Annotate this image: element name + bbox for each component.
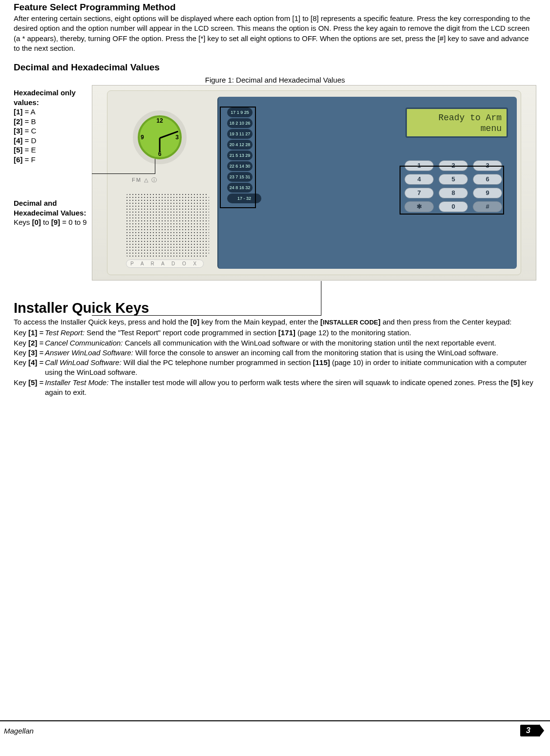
- hex-line: [3] = C: [14, 127, 36, 135]
- zone-button: 17 1 9 25: [227, 108, 253, 117]
- key-3: 3: [473, 160, 502, 171]
- section-title-feature-select: Feature Select Programming Method: [14, 2, 536, 13]
- intro-text: and then press from the Center keypad:: [381, 318, 511, 326]
- clock-12: 12: [156, 117, 163, 124]
- installer-key-desc: Installer Test Mode: The installer test …: [45, 378, 536, 398]
- zone-button: 18 2 10 26: [227, 118, 253, 128]
- figure-caption: Figure 1: Decimal and Hexadecimal Values: [14, 76, 536, 84]
- clock-3: 3: [175, 134, 179, 141]
- key-0: 0: [439, 201, 468, 212]
- device-right-panel: Ready to Arm menu 17 1 9 25 18 2 10 26 1…: [217, 97, 517, 269]
- callout-line: [155, 159, 155, 173]
- installer-code-label: [INSTALLER CODE]: [320, 318, 381, 326]
- key-8: 8: [439, 188, 468, 198]
- installer-key-row: Key [2] =Cancel Communication: Cancels a…: [14, 338, 536, 348]
- key-5: 5: [439, 174, 468, 185]
- zone-button: 17 - 32: [227, 194, 261, 203]
- device-illustration: 12 3 6 9 FM △ ⓘ Ready to Arm menu 17 1: [92, 85, 536, 281]
- zone-button: 24 8 16 32: [227, 183, 253, 193]
- key-6: 6: [473, 174, 502, 185]
- hex-line: [6] = F: [14, 155, 36, 164]
- clock-9: 9: [141, 134, 144, 141]
- installer-key-desc: Cancel Communication: Cancels all commun…: [45, 338, 536, 348]
- installer-intro: To access the Installer Quick keys, pres…: [14, 317, 536, 327]
- feature-select-body: After entering certain sections, eight o…: [14, 14, 536, 53]
- zone-button: 22 6 14 30: [227, 161, 253, 171]
- intro-text: To access the Installer Quick keys, pres…: [14, 318, 190, 326]
- zone-button: 20 4 12 28: [227, 140, 253, 150]
- installer-key-row: Key [5] =Installer Test Mode: The instal…: [14, 378, 536, 398]
- lcd-line2: menu: [412, 124, 502, 134]
- zone-button-column: 17 1 9 25 18 2 10 26 19 3 11 27 20 4 12 …: [227, 108, 261, 203]
- paradox-logo: P A R A D O X: [126, 259, 204, 268]
- key-2: 2: [439, 160, 468, 171]
- installer-key-row: Key [1] =Test Report: Send the "Test Rep…: [14, 328, 536, 338]
- installer-key-label: Key [3] =: [14, 348, 45, 358]
- clock-6: 6: [158, 151, 162, 157]
- installer-key-desc: Test Report: Send the "Test Report" repo…: [45, 328, 536, 338]
- hex-line: [1] = A: [14, 108, 36, 116]
- zone-button: 23 7 15 31: [227, 172, 253, 182]
- intro-text: key from the Main keypad, enter the: [199, 318, 320, 326]
- hex-line: [5] = E: [14, 146, 36, 154]
- installer-key-label: Key [5] =: [14, 378, 45, 398]
- callout-line: [92, 173, 155, 174]
- zone-button: 19 3 11 27: [227, 129, 253, 139]
- callout-line: [92, 315, 321, 316]
- dec-values-body: Keys [0] to [9] = 0 to 9: [14, 218, 87, 226]
- key-9: 9: [473, 188, 502, 198]
- key-7: 7: [404, 188, 434, 198]
- hex-values-title: Hexadecimal only values:: [14, 88, 76, 107]
- section-title-hex-values: Decimal and Hexadecimal Values: [14, 62, 536, 73]
- installer-key-row: Key [4] =Call WinLoad Software: Will dia…: [14, 358, 536, 378]
- intro-key0: [0]: [190, 318, 199, 326]
- hex-line: [4] = D: [14, 136, 36, 145]
- figure-left-labels: Hexadecimal only values: [1] = A [2] = B…: [14, 85, 92, 227]
- footer-product: Magellan: [4, 727, 34, 735]
- callout-line: [321, 281, 321, 316]
- key-star: ✱: [404, 201, 434, 212]
- footer-page-number: 3: [520, 725, 539, 736]
- lcd-line1: Ready to Arm: [412, 113, 502, 124]
- hex-line: [2] = B: [14, 117, 36, 126]
- key-4: 4: [404, 174, 434, 185]
- numeric-keypad: 1 2 3 4 5 6 7 8 9 ✱ 0 #: [404, 160, 502, 212]
- clock-icon: 12 3 6 9: [133, 110, 187, 164]
- installer-key-row: Key [3] =Answer WinLoad Software: Will f…: [14, 348, 536, 358]
- installer-key-label: Key [1] =: [14, 328, 45, 338]
- lcd-screen: Ready to Arm menu: [405, 108, 508, 138]
- installer-key-label: Key [2] =: [14, 338, 45, 348]
- dec-values-title: Decimal and Hexadecimal Values:: [14, 199, 86, 217]
- fm-row: FM △ ⓘ: [132, 176, 158, 184]
- installer-key-desc: Answer WinLoad Software: Will force the …: [45, 348, 536, 358]
- installer-key-desc: Call WinLoad Software: Will dial the PC …: [45, 358, 536, 378]
- key-hash: #: [473, 201, 502, 212]
- zone-button: 21 5 13 29: [227, 151, 253, 160]
- page-footer: Magellan 3: [0, 720, 550, 740]
- key-1: 1: [404, 160, 434, 171]
- section-title-installer-quick-keys: Installer Quick Keys: [14, 300, 536, 316]
- speaker-grille: [126, 194, 209, 257]
- installer-key-list: Key [1] =Test Report: Send the "Test Rep…: [14, 328, 536, 397]
- installer-key-label: Key [4] =: [14, 358, 45, 378]
